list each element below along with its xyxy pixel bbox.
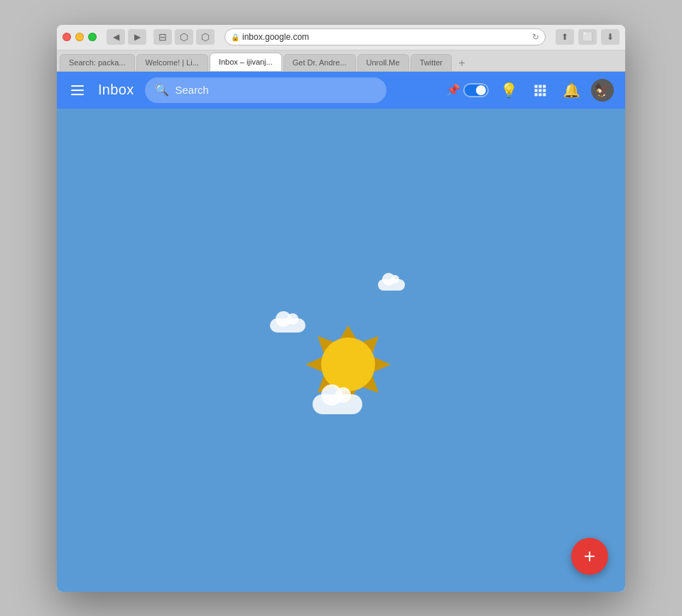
close-button[interactable] [63,33,71,41]
cloud-xs-icon [378,279,405,291]
avatar[interactable]: 🦅 [591,79,614,102]
minimize-button[interactable] [75,33,84,41]
search-bar[interactable]: 🔍 Search [145,77,386,103]
back-button[interactable]: ◀ [107,29,125,45]
reload-icon[interactable]: ↻ [532,32,539,42]
cloud-small-top [378,279,405,291]
address-text: inbox.google.com [242,32,529,42]
menu-button[interactable] [68,82,87,98]
maximize-button[interactable] [88,33,97,41]
browser-window: ◀ ▶ ⊟ ⬡ ⬡ 🔒 inbox.google.com ↻ ⬆ ⬜ ⬇ Sea… [57,25,625,592]
tab-dr-andre[interactable]: Get Dr. Andre... [283,54,356,71]
cloud-main [313,394,362,414]
sidebar-toggle-icon[interactable]: ⊟ [153,29,172,45]
svg-rect-0 [535,85,538,87]
app-title: Inbox [98,82,134,98]
title-bar: ◀ ▶ ⊟ ⬡ ⬡ 🔒 inbox.google.com ↻ ⬆ ⬜ ⬇ [57,25,625,50]
pin-toggle-wrap: 📌 [446,83,489,97]
tab-search[interactable]: Search: packa... [60,54,135,71]
lock-icon: 🔒 [231,33,239,41]
search-icon: 🔍 [155,83,169,97]
tab-welcome[interactable]: Welcome! | Li... [136,54,208,71]
main-content: + [57,109,625,592]
header-right: 📌 💡 🔔 🦅 [446,79,614,102]
hamburger-line [71,85,84,87]
grid-button[interactable] [529,79,551,102]
pin-icon: 📌 [446,83,460,97]
tab-twitter[interactable]: Twitter [411,54,452,71]
extensions-icon[interactable]: ⬡ [175,29,193,45]
svg-rect-7 [538,93,541,96]
toggle-switch[interactable] [463,83,489,97]
svg-rect-8 [543,93,546,96]
hamburger-line [71,94,84,95]
svg-rect-6 [535,93,538,96]
window-controls [63,33,97,41]
toolbar-icons: ⊟ ⬡ ⬡ [153,29,215,45]
hamburger-line [71,90,84,91]
copy-tab-button[interactable]: ⬜ [578,29,597,45]
address-bar[interactable]: 🔒 inbox.google.com ↻ [224,28,546,45]
title-bar-right: ⬆ ⬜ ⬇ [556,29,619,45]
lightbulb-button[interactable]: 💡 [497,79,520,102]
cloud-small-left [270,318,305,333]
forward-button[interactable]: ▶ [128,29,146,45]
app-header: Inbox 🔍 Search 📌 💡 🔔 🦅 [57,72,625,109]
tabs-bar: Search: packa... Welcome! | Li... Inbox … [57,50,625,72]
nav-buttons: ◀ ▶ [107,29,146,45]
svg-rect-1 [538,85,541,87]
cloud-lg-icon [313,394,362,414]
cloud-sm-icon [270,318,305,333]
weather-illustration [270,279,412,421]
new-tab-button[interactable]: + [453,55,470,71]
share-button[interactable]: ⬆ [556,29,574,45]
tab-inbox[interactable]: Inbox – ijivanj... [210,53,282,71]
tab-unrollme[interactable]: Unroll.Me [357,54,409,71]
download-button[interactable]: ⬇ [601,29,619,45]
svg-point-10 [321,337,375,391]
compose-button[interactable]: + [571,538,608,575]
sun-container [305,322,391,407]
svg-rect-5 [543,89,546,92]
svg-rect-3 [535,89,538,92]
search-placeholder: Search [175,84,209,96]
svg-rect-2 [543,85,546,87]
bell-button[interactable]: 🔔 [560,79,583,102]
svg-rect-4 [538,89,541,92]
puzzle-icon[interactable]: ⬡ [196,29,215,45]
